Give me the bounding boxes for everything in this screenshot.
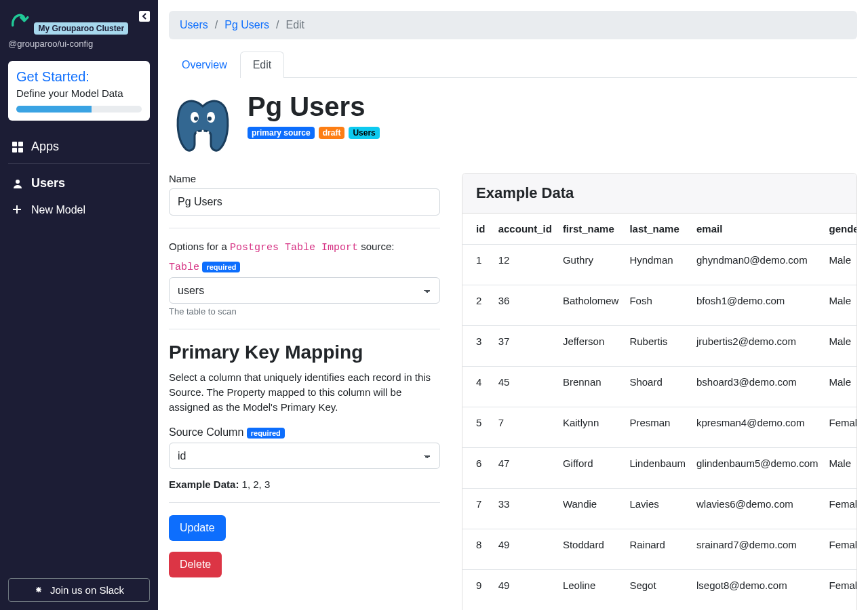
chevron-left-box-icon — [139, 11, 150, 22]
name-label: Name — [169, 173, 440, 184]
package-name: @grouparoo/ui-config — [8, 39, 150, 49]
cell-gender: Male — [824, 245, 857, 285]
table-row: 112GuthryHyndmanghyndman0@demo.comMale4 — [462, 245, 856, 285]
col-id: id — [462, 214, 493, 245]
options-prefix: Options for a — [169, 241, 230, 252]
cell-id: 7 — [462, 489, 493, 529]
join-slack-button[interactable]: Join us on Slack — [8, 578, 150, 602]
svg-rect-2 — [18, 142, 23, 146]
cell-first_name: Gifford — [557, 448, 625, 489]
sidebar-item-users[interactable]: Users — [8, 169, 150, 197]
col-last_name: last_name — [624, 214, 691, 245]
cell-last_name: Hyndman — [624, 245, 691, 285]
example-data-table-wrap[interactable]: idaccount_idfirst_namelast_nameemailgend… — [462, 214, 856, 610]
col-email: email — [691, 214, 824, 245]
divider — [169, 329, 440, 329]
cell-gender: Female — [824, 407, 857, 448]
get-started-progress — [16, 106, 142, 113]
main-content: Users / Pg Users / Edit Overview Edit Pg… — [158, 0, 868, 610]
table-help-text: The table to scan — [169, 306, 440, 317]
sidebar-item-new-model[interactable]: New Model — [8, 197, 150, 223]
badge-draft: draft — [319, 127, 345, 139]
cell-id: 4 — [462, 367, 493, 407]
pk-description: Select a column that uniquely identifies… — [169, 370, 440, 414]
cell-gender: Female — [824, 529, 857, 570]
tab-overview[interactable]: Overview — [169, 52, 240, 78]
table-row: 647GiffordLindenbaumglindenbaum5@demo.co… — [462, 448, 856, 489]
table-row: 733WandieLavieswlavies6@demo.comFemale1 — [462, 489, 856, 529]
user-icon — [12, 178, 23, 189]
source-column-select[interactable]: id — [169, 443, 440, 469]
table-row: 337JeffersonRubertisjrubertis2@demo.comM… — [462, 326, 856, 367]
sidebar-item-label: Apps — [31, 140, 59, 154]
cell-gender: Male — [824, 367, 857, 407]
cell-last_name: Shoard — [624, 367, 691, 407]
cell-email: glindenbaum5@demo.com — [691, 448, 824, 489]
cluster-name-badge: My Grouparoo Cluster — [34, 22, 128, 35]
cell-last_name: Presman — [624, 407, 691, 448]
slack-icon — [34, 585, 45, 596]
delete-button[interactable]: Delete — [169, 552, 222, 577]
tab-edit[interactable]: Edit — [240, 52, 285, 78]
cell-email: wlavies6@demo.com — [691, 489, 824, 529]
update-button[interactable]: Update — [169, 515, 226, 541]
cell-email: ghyndman0@demo.com — [691, 245, 824, 285]
cell-last_name: Segot — [624, 570, 691, 611]
cell-first_name: Batholomew — [557, 285, 625, 326]
svg-rect-1 — [12, 142, 17, 146]
example-data-title: Example Data — [462, 174, 856, 214]
cell-last_name: Fosh — [624, 285, 691, 326]
cell-account_id: 33 — [493, 489, 557, 529]
cell-first_name: Kaitlynn — [557, 407, 625, 448]
get-started-title: Get Started: — [16, 69, 142, 85]
collapse-sidebar-button[interactable] — [139, 11, 150, 24]
cell-email: kpresman4@demo.com — [691, 407, 824, 448]
example-data-line: Example Data: 1, 2, 3 — [169, 479, 440, 490]
table-row: 236BatholomewFoshbfosh1@demo.comMale2 — [462, 285, 856, 326]
example-data-card: Example Data idaccount_idfirst_namelast_… — [462, 173, 857, 610]
get-started-card[interactable]: Get Started: Define your Model Data — [8, 61, 150, 121]
cell-account_id: 36 — [493, 285, 557, 326]
svg-point-5 — [16, 180, 20, 184]
cell-account_id: 47 — [493, 448, 557, 489]
breadcrumb-users[interactable]: Users — [180, 19, 208, 31]
table-row: 949LeolineSegotlsegot8@demo.comFemale1 — [462, 570, 856, 611]
apps-icon — [12, 142, 23, 152]
cell-gender: Male — [824, 326, 857, 367]
cell-last_name: Lavies — [624, 489, 691, 529]
breadcrumb-edit: Edit — [285, 19, 304, 31]
cell-first_name: Brennan — [557, 367, 625, 407]
table-select[interactable]: users — [169, 277, 440, 304]
name-input[interactable] — [169, 188, 440, 216]
cell-gender: Male — [824, 448, 857, 489]
sidebar: My Grouparoo Cluster @grouparoo/ui-confi… — [0, 0, 158, 610]
cell-id: 2 — [462, 285, 493, 326]
table-label: Table — [169, 262, 199, 273]
cell-gender: Male — [824, 285, 857, 326]
breadcrumb-bar: Users / Pg Users / Edit — [169, 11, 857, 39]
nav-divider — [8, 163, 150, 164]
badge-primary-source: primary source — [248, 127, 315, 139]
cell-first_name: Jefferson — [557, 326, 625, 367]
grouparoo-logo-icon — [8, 8, 31, 31]
get-started-progress-bar — [16, 106, 92, 113]
join-slack-label: Join us on Slack — [50, 584, 124, 596]
breadcrumb-sep: / — [215, 19, 218, 31]
sidebar-item-label: New Model — [31, 204, 85, 216]
cell-id: 6 — [462, 448, 493, 489]
cell-last_name: Lindenbaum — [624, 448, 691, 489]
table-header-row: idaccount_idfirst_namelast_nameemailgend… — [462, 214, 856, 245]
cell-email: jrubertis2@demo.com — [691, 326, 824, 367]
cell-id: 3 — [462, 326, 493, 367]
sidebar-item-apps[interactable]: Apps — [8, 133, 150, 161]
svg-point-9 — [208, 117, 212, 121]
source-column-label: Source Column — [169, 426, 243, 438]
cell-account_id: 45 — [493, 367, 557, 407]
edit-form: Name Options for a Postgres Table Import… — [169, 173, 440, 577]
options-suffix: source: — [358, 241, 394, 252]
cell-email: srainard7@demo.com — [691, 529, 824, 570]
nav-list: Apps Users New Model — [8, 133, 150, 223]
svg-rect-0 — [139, 11, 150, 22]
cell-first_name: Stoddard — [557, 529, 625, 570]
breadcrumb-pg-users[interactable]: Pg Users — [224, 19, 269, 31]
